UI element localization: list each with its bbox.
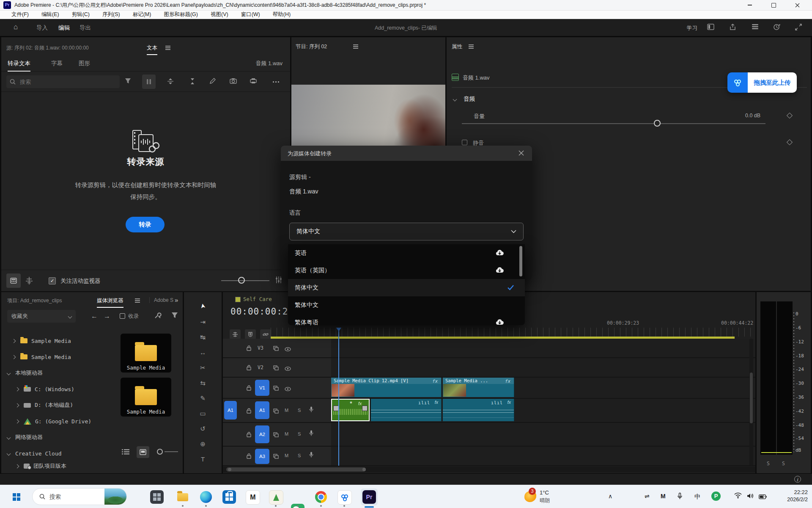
taskbar-explorer-icon[interactable]: [176, 490, 189, 504]
panel-menu-icon[interactable]: [135, 298, 140, 299]
fx-badge[interactable]: fx: [432, 378, 438, 384]
track-lane-v3[interactable]: [331, 339, 755, 358]
mute-checkbox[interactable]: [462, 140, 467, 145]
tree-item-google-drive[interactable]: G: (Google Drive): [1, 413, 120, 429]
option-traditional-chinese[interactable]: 繁体中文: [288, 296, 525, 314]
taskbar-m-app-icon[interactable]: M: [246, 490, 260, 505]
track-sync-icon[interactable]: [273, 345, 279, 353]
maximize-button[interactable]: [766, 2, 781, 8]
track-header-a2[interactable]: A2 M S: [223, 423, 331, 447]
tab-overflow-icon[interactable]: »: [175, 296, 178, 304]
nest-indicator-icon[interactable]: [230, 329, 241, 340]
track-header-v1[interactable]: V1: [223, 378, 331, 399]
solo-button[interactable]: S: [298, 408, 301, 413]
solo-right-button[interactable]: S: [782, 461, 785, 467]
merge-segment-icon[interactable]: [189, 78, 197, 86]
ripple-edit-tool[interactable]: ↹: [184, 331, 222, 344]
back-arrow-icon[interactable]: ←: [91, 312, 98, 320]
volume-value[interactable]: 0.0 dB: [745, 113, 760, 119]
weather-condition[interactable]: 晴朗: [540, 497, 550, 504]
timeline-horizontal-scrollbar[interactable]: [223, 467, 755, 472]
mute-button[interactable]: M: [285, 408, 288, 413]
start-button[interactable]: [10, 491, 23, 503]
tree-item-local-drives[interactable]: 本地驱动器: [1, 365, 120, 381]
taskbar-store-icon[interactable]: [222, 490, 236, 504]
share-icon[interactable]: [729, 24, 737, 31]
panel-layout-icon[interactable]: [707, 24, 715, 31]
wifi-icon[interactable]: [734, 492, 742, 500]
tree-item-network-drives[interactable]: 网络驱动器: [1, 429, 120, 445]
keyframe-diamond-icon[interactable]: [787, 139, 793, 145]
transcribe-button[interactable]: 转录: [126, 217, 165, 232]
razor-tool[interactable]: ✂: [184, 362, 222, 374]
project-tab[interactable]: 项目: Add_remove_clips: [7, 297, 62, 304]
close-button[interactable]: [790, 2, 804, 8]
caption-segment-icon[interactable]: [142, 75, 156, 89]
menu-edit[interactable]: 编辑(E): [35, 11, 66, 18]
panel-menu-icon[interactable]: [353, 44, 358, 45]
workspaces-icon[interactable]: [752, 24, 759, 31]
lock-icon[interactable]: [247, 453, 251, 461]
taskbar-chrome-icon[interactable]: [314, 490, 328, 504]
tab-captions[interactable]: 字幕: [51, 60, 63, 67]
lock-icon[interactable]: [247, 431, 251, 439]
search-box[interactable]: [6, 75, 120, 88]
track-lane-a1[interactable]: * fx ılıl fx ılıl fx: [331, 399, 755, 423]
panel-menu-icon[interactable]: [165, 46, 170, 47]
audio-clip[interactable]: ılıl fx: [371, 399, 442, 421]
mute-button[interactable]: M: [285, 453, 288, 458]
linked-selection-icon[interactable]: [260, 329, 271, 340]
more-options-icon[interactable]: [273, 81, 274, 83]
properties-tab[interactable]: 属性: [452, 43, 462, 50]
text-panel-tab[interactable]: 文本: [147, 44, 157, 55]
tree-item-c-drive[interactable]: C: (Windows): [1, 381, 120, 397]
minimize-button[interactable]: [743, 2, 757, 8]
fx-badge[interactable]: fx: [358, 401, 362, 406]
lock-icon[interactable]: [247, 385, 251, 392]
ime-indicator[interactable]: 中: [694, 493, 701, 501]
tree-item-sample-media-1[interactable]: Sample Media: [1, 333, 120, 349]
menu-clip[interactable]: 剪辑(C): [66, 11, 96, 18]
tray-settings-icon[interactable]: ⇌: [645, 493, 650, 500]
solo-button[interactable]: S: [298, 431, 301, 436]
weather-temperature[interactable]: 1°C: [540, 489, 549, 496]
track-select-tool[interactable]: ⇥: [184, 316, 222, 329]
fade-handle[interactable]: [362, 406, 368, 411]
forward-arrow-icon[interactable]: →: [104, 312, 110, 320]
language-select[interactable]: 简体中文: [289, 223, 524, 240]
taskbar-plant-app-icon[interactable]: [269, 490, 283, 505]
quick-search-icon[interactable]: [773, 24, 781, 31]
menu-file[interactable]: 文件(F): [5, 11, 35, 18]
solo-left-button[interactable]: S: [767, 461, 770, 467]
slip-tool[interactable]: ⇆: [184, 377, 222, 389]
mute-button[interactable]: M: [285, 431, 288, 436]
tray-mic-icon[interactable]: [678, 493, 682, 501]
track-lane-v1[interactable]: Sample Media Clip 12.mp4 [V] fx Sample M…: [331, 378, 755, 399]
tab-transcript[interactable]: 转录文本: [8, 60, 30, 72]
menu-graphics[interactable]: 图形和标题(G): [157, 11, 204, 18]
tree-item-team-projects[interactable]: 团队项目版本: [1, 461, 120, 472]
playhead-line[interactable]: [338, 328, 339, 466]
track-sync-icon[interactable]: [273, 453, 279, 461]
tray-m-icon[interactable]: M: [661, 493, 666, 500]
clock-date[interactable]: 2026/2/2: [774, 497, 808, 502]
tab-graphics[interactable]: 图形: [79, 60, 90, 67]
fx-badge[interactable]: fx: [435, 400, 438, 405]
ingest-checkbox[interactable]: [120, 313, 125, 319]
option-english-uk[interactable]: 英语（英国）: [288, 262, 525, 279]
search-highlight-image[interactable]: [104, 489, 126, 505]
track-header-v3[interactable]: V3: [223, 339, 331, 358]
audio-section-header[interactable]: 音频: [464, 95, 475, 103]
taskbar-search[interactable]: [32, 488, 127, 505]
tree-item-sample-media-2[interactable]: Sample Media: [1, 349, 120, 365]
media-browser-tab[interactable]: 媒体浏览器: [97, 297, 123, 308]
battery-icon[interactable]: [759, 493, 767, 501]
solo-button[interactable]: S: [298, 453, 301, 458]
mic-icon[interactable]: [309, 430, 313, 437]
split-segment-icon[interactable]: [167, 78, 175, 86]
print-icon[interactable]: [250, 78, 258, 86]
timeline-scroll-thumb[interactable]: [226, 467, 366, 472]
track-target-badge[interactable]: A2: [255, 425, 269, 443]
zoom-slider-knob[interactable]: [238, 277, 245, 284]
selected-audio-clip[interactable]: * fx: [331, 399, 370, 421]
